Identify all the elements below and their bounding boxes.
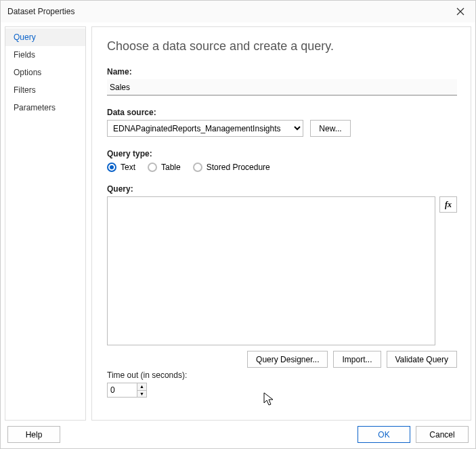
radio-icon: [107, 163, 116, 172]
query-label: Query:: [107, 184, 457, 194]
timeout-stepper: ▲ ▼: [137, 383, 147, 398]
timeout-input[interactable]: [107, 383, 137, 398]
sidebar-nav: Query Fields Options Filters Parameters: [5, 26, 86, 421]
name-input[interactable]: [107, 79, 457, 95]
sidebar-item-options[interactable]: Options: [5, 64, 85, 81]
new-datasource-button[interactable]: New...: [310, 120, 351, 137]
query-section: Query: fx Query Designer... Import... Va…: [107, 184, 457, 368]
chevron-down-icon: ▼: [139, 391, 144, 396]
name-section: Name:: [107, 67, 457, 95]
radio-label: Stored Procedure: [207, 163, 270, 172]
spinner-down-button[interactable]: ▼: [137, 391, 146, 398]
radio-label: Table: [161, 163, 181, 172]
close-button[interactable]: [452, 3, 469, 20]
sidebar-item-label: Filters: [14, 85, 36, 95]
main-panel: Choose a data source and create a query.…: [91, 26, 471, 421]
sidebar-item-label: Parameters: [14, 103, 56, 112]
datasource-label: Data source:: [107, 108, 457, 117]
dialog-body: Query Fields Options Filters Parameters …: [1, 22, 475, 421]
sidebar-item-label: Query: [14, 33, 36, 42]
querytype-section: Query type: Text Table Stored Procedure: [107, 149, 457, 172]
datasource-section: Data source: EDNAPaginatedReports_Manage…: [107, 108, 457, 137]
querytype-radio-text[interactable]: Text: [107, 163, 135, 172]
dialog-window: Dataset Properties Query Fields Options …: [0, 0, 476, 449]
cancel-button[interactable]: Cancel: [416, 426, 469, 443]
radio-icon: [193, 163, 202, 172]
querytype-label: Query type:: [107, 149, 457, 158]
dialog-footer: Help OK Cancel: [1, 421, 475, 448]
sidebar-item-filters[interactable]: Filters: [5, 81, 85, 99]
window-title: Dataset Properties: [7, 7, 74, 16]
ok-button[interactable]: OK: [358, 426, 410, 443]
datasource-select[interactable]: EDNAPaginatedReports_ManagementInsights: [107, 120, 303, 137]
sidebar-item-fields[interactable]: Fields: [5, 46, 85, 64]
titlebar: Dataset Properties: [1, 1, 475, 22]
import-button[interactable]: Import...: [333, 351, 381, 368]
sidebar-item-parameters[interactable]: Parameters: [5, 99, 85, 116]
query-designer-button[interactable]: Query Designer...: [247, 351, 328, 368]
validate-query-button[interactable]: Validate Query: [387, 351, 458, 368]
timeout-section: Time out (in seconds): ▲ ▼: [107, 370, 457, 398]
help-button[interactable]: Help: [7, 426, 60, 443]
query-textarea[interactable]: [107, 196, 435, 345]
sidebar-item-label: Fields: [14, 50, 35, 60]
name-label: Name:: [107, 67, 457, 77]
spinner-up-button[interactable]: ▲: [137, 383, 146, 391]
querytype-radio-storedproc[interactable]: Stored Procedure: [193, 163, 270, 172]
sidebar-item-label: Options: [14, 68, 41, 77]
sidebar-item-query[interactable]: Query: [5, 28, 85, 46]
chevron-up-icon: ▲: [139, 384, 144, 389]
timeout-label: Time out (in seconds):: [107, 370, 457, 380]
radio-label: Text: [121, 163, 135, 172]
querytype-radio-table[interactable]: Table: [148, 163, 181, 172]
close-icon: [456, 7, 464, 16]
fx-icon: fx: [445, 200, 452, 210]
page-heading: Choose a data source and create a query.: [107, 39, 457, 54]
expression-button[interactable]: fx: [439, 196, 457, 213]
radio-icon: [148, 163, 157, 172]
